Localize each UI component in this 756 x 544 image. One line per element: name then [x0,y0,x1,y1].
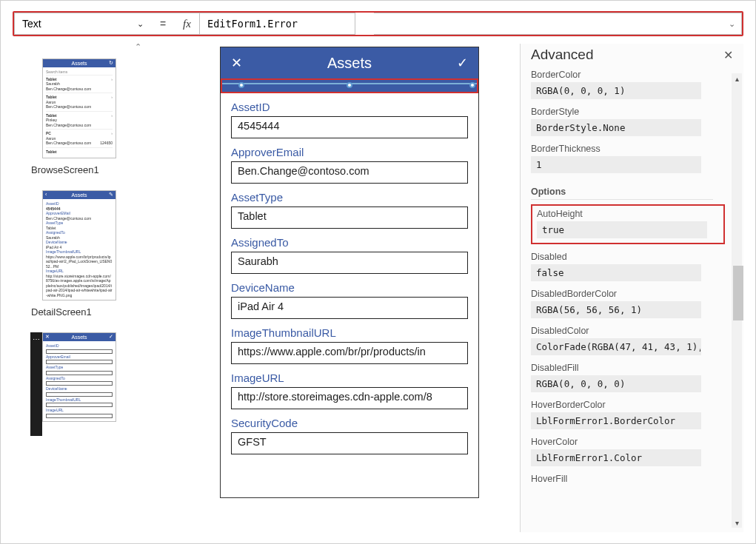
form-title: Assets [327,55,372,72]
close-icon: ✕ [45,334,50,340]
prop-value-borderthickness[interactable]: 1 [531,156,701,173]
advanced-title: Advanced [531,47,594,63]
prop-label: DisabledFill [531,363,727,373]
field-input-assettype[interactable]: Tablet [231,206,468,229]
fx-button[interactable]: fx [175,13,200,35]
prop-value-borderstyle[interactable]: BorderStyle.None [531,119,701,136]
resize-handle-icon[interactable] [238,82,244,88]
screen-thumbnail-list: Assets ↻ Search items TabletSaurabhBen.C… [13,44,138,532]
resize-handle-icon[interactable] [469,82,475,88]
equals-label: = [151,13,175,35]
screen-thumbnail-detail[interactable]: ‹ Assets ✎ AssetID4545444 ApproverEMailB… [42,190,116,300]
prop-label: BorderThickness [531,144,727,154]
scroll-down-icon[interactable]: ▾ [732,517,742,528]
section-options: Options [531,187,713,200]
advanced-scrollbar[interactable]: ▴ ▾ [732,73,742,528]
resize-handle-icon[interactable] [347,82,352,88]
formula-bar: Text ⌄ = fx EditForm1.Error ⌄ [13,11,743,36]
close-icon[interactable]: ✕ [723,48,733,62]
property-dropdown-value: Text [22,18,41,30]
prop-value-hovercolor[interactable]: LblFormError1.Color [531,449,701,466]
field-input-thumburl[interactable]: https://www.apple.com/br/pr/products/in [231,342,468,364]
formula-expand[interactable]: ⌄ [374,13,742,35]
prop-value-disabled[interactable]: false [531,264,701,281]
field-input-securitycode[interactable]: GFST [231,432,468,454]
prop-value-disabledfill[interactable]: RGBA(0, 0, 0, 0) [531,375,701,392]
prop-value-disabledcolor[interactable]: ColorFade(RGBA(47, 41, 43, 1), 70%) [531,338,701,355]
canvas-area: ✕ Assets ✓ A AssetID4545444 ApproverEmai… [220,44,516,532]
field-input-imageurl[interactable]: http://store.storeimages.cdn-apple.com/8 [231,387,468,409]
prop-value-bordercolor[interactable]: RGBA(0, 0, 0, 1) [531,82,701,99]
thumb-caption: DetailScreen1 [31,306,92,318]
field-input-assignedto[interactable]: Saurabh [231,252,468,274]
form-header: ✕ Assets ✓ [221,47,478,78]
check-icon[interactable]: ✓ [457,55,468,71]
prop-label: BorderColor [531,70,727,80]
label-type-badge: A [478,86,479,96]
chevron-down-icon: ⌄ [729,19,735,29]
field-input-approveremail[interactable]: Ben.Change@contoso.com [231,161,468,184]
formula-input[interactable]: EditForm1.Error [200,13,355,35]
edit-form-preview[interactable]: ✕ Assets ✓ A AssetID4545444 ApproverEmai… [220,47,479,498]
thumb-caption: BrowseScreen1 [31,164,99,175]
thumb-title: Assets [71,192,87,198]
highlighted-autoheight: AutoHeighttrue [531,204,725,244]
property-dropdown[interactable]: Text ⌄ [14,13,151,35]
screen-thumbnail-browse[interactable]: Assets ↻ Search items TabletSaurabhBen.C… [42,58,116,158]
field-label: ApproverEmail [231,146,468,158]
prop-label: HoverFill [531,474,727,484]
prop-label: DisabledColor [531,326,727,336]
check-icon: ✓ [109,334,113,340]
prop-value-autoheight[interactable]: true [537,221,707,238]
prop-label: HoverBorderColor [531,400,727,410]
advanced-panel: Advanced ✕ Border BorderColorRGBA(0, 0, … [520,44,743,532]
back-icon: ‹ [45,192,47,197]
field-label: AssignedTo [231,236,468,249]
prop-label: HoverColor [531,437,727,447]
selected-error-label[interactable]: A [221,78,478,93]
scroll-thumb[interactable] [733,266,743,320]
collapse-handle-icon[interactable]: ⌃ [135,42,141,52]
close-icon[interactable]: ✕ [231,55,242,71]
chevron-down-icon: ⌄ [137,19,144,29]
prop-label: Disabled [531,252,727,262]
field-label: DeviceName [231,281,468,294]
field-label: ImageThumbnailURL [231,326,468,339]
prop-label: DisabledBorderColor [531,289,727,299]
field-input-devicename[interactable]: iPad Air 4 [231,297,468,319]
edit-icon: ✎ [109,192,113,198]
refresh-icon: ↻ [109,60,113,66]
prop-label: BorderStyle [531,107,727,117]
prop-label: AutoHeight [537,209,719,219]
prop-value-hoverbordercolor[interactable]: LblFormError1.BorderColor [531,412,701,429]
field-label: AssetID [231,101,468,113]
formula-text: EditForm1.Error [207,18,298,30]
prop-value-disabledbordercolor[interactable]: RGBA(56, 56, 56, 1) [531,301,701,318]
selected-indicator: ⋯ [30,332,42,436]
field-label: ImageURL [231,372,468,384]
screen-thumbnail-edit[interactable]: ✕ Assets ✓ AssetID ApproverEmail AssetTy… [42,332,116,422]
thumb-title: Assets [71,335,87,340]
field-label: SecurityCode [231,417,468,429]
thumb-title: Assets [71,61,87,66]
form-body: AssetID4545444 ApproverEmailBen.Change@c… [221,93,478,454]
field-label: AssetType [231,191,468,204]
scroll-up-icon[interactable]: ▴ [732,73,742,84]
field-input-assetid[interactable]: 4545444 [231,116,468,138]
